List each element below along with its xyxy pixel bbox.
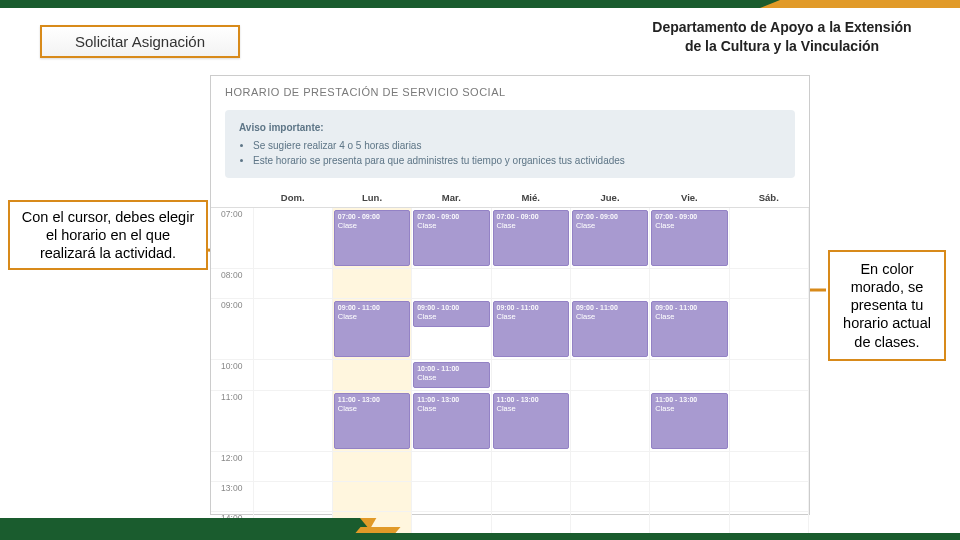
notice-item: Se sugiere realizar 4 o 5 horas diarias: [253, 138, 781, 153]
time-label: 11:00: [211, 391, 253, 452]
calendar-cell[interactable]: 09:00 - 11:00Clase: [491, 299, 570, 360]
calendar-column-header: Dom.: [253, 188, 332, 208]
calendar-cell[interactable]: 10:00 - 11:00Clase: [412, 360, 491, 391]
calendar-cell[interactable]: 09:00 - 11:00Clase: [332, 299, 411, 360]
calendar-cell[interactable]: [491, 482, 570, 512]
calendar-cell[interactable]: [332, 269, 411, 299]
calendar-cell[interactable]: [412, 269, 491, 299]
calendar-cell[interactable]: [253, 360, 332, 391]
calendar-cell[interactable]: [729, 269, 808, 299]
notice-item: Este horario se presenta para que admini…: [253, 153, 781, 168]
calendar-cell[interactable]: [412, 482, 491, 512]
calendar-cell[interactable]: 07:00 - 09:00Clase: [650, 208, 729, 269]
calendar-cell[interactable]: [729, 482, 808, 512]
class-block[interactable]: 11:00 - 13:00Clase: [413, 393, 489, 449]
calendar-cell[interactable]: 11:00 - 13:00Clase: [491, 391, 570, 452]
class-block[interactable]: 07:00 - 09:00Clase: [334, 210, 410, 266]
calendar-cell[interactable]: [412, 452, 491, 482]
calendar-cell[interactable]: [253, 482, 332, 512]
callout-right-text: En color morado, se presenta tu horario …: [843, 261, 931, 350]
calendar-cell[interactable]: 09:00 - 11:00Clase: [570, 299, 649, 360]
calendar-cell[interactable]: 07:00 - 09:00Clase: [412, 208, 491, 269]
class-block[interactable]: 11:00 - 13:00Clase: [493, 393, 569, 449]
calendar-cell[interactable]: [570, 391, 649, 452]
solicitar-asignacion-button[interactable]: Solicitar Asignación: [40, 25, 240, 58]
calendar-cell[interactable]: 11:00 - 13:00Clase: [650, 391, 729, 452]
calendar-cell[interactable]: 09:00 - 10:00Clase: [412, 299, 491, 360]
calendar-cell[interactable]: [729, 452, 808, 482]
department-heading: Departamento de Apoyo a la Extensión de …: [632, 18, 932, 56]
calendar-cell[interactable]: [570, 360, 649, 391]
calendar-cell[interactable]: [491, 269, 570, 299]
calendar-column-header: Jue.: [570, 188, 649, 208]
time-label: 10:00: [211, 360, 253, 391]
calendar-cell[interactable]: [570, 452, 649, 482]
notice-heading: Aviso importante:: [239, 120, 781, 135]
calendar-cell[interactable]: [253, 391, 332, 452]
calendar-cell[interactable]: [650, 452, 729, 482]
calendar-cell[interactable]: [253, 299, 332, 360]
class-block[interactable]: 09:00 - 11:00Clase: [493, 301, 569, 357]
calendar-column-header: Lun.: [332, 188, 411, 208]
calendar-cell[interactable]: [729, 208, 808, 269]
calendar-cell[interactable]: [332, 452, 411, 482]
calendar-cell[interactable]: [570, 482, 649, 512]
class-block[interactable]: 07:00 - 09:00Clase: [413, 210, 489, 266]
calendar-column-header: Sáb.: [729, 188, 808, 208]
time-label: 13:00: [211, 482, 253, 512]
class-block[interactable]: 11:00 - 13:00Clase: [334, 393, 410, 449]
calendar-cell[interactable]: [491, 452, 570, 482]
calendar-cell[interactable]: [650, 269, 729, 299]
calendar-column-header: Vie.: [650, 188, 729, 208]
calendar-cell[interactable]: [253, 208, 332, 269]
calendar-cell[interactable]: 07:00 - 09:00Clase: [491, 208, 570, 269]
calendar-cell[interactable]: 11:00 - 13:00Clase: [412, 391, 491, 452]
top-decor-stripe: [0, 0, 960, 8]
class-block[interactable]: 09:00 - 11:00Clase: [334, 301, 410, 357]
panel-title: HORARIO DE PRESTACIÓN DE SERVICIO SOCIAL: [211, 76, 809, 104]
calendar-cell[interactable]: 07:00 - 09:00Clase: [570, 208, 649, 269]
calendar-cell[interactable]: [729, 299, 808, 360]
bottom-decor-stripe: [0, 518, 960, 540]
calendar-cell[interactable]: [570, 269, 649, 299]
calendar-cell[interactable]: [729, 360, 808, 391]
class-block[interactable]: 07:00 - 09:00Clase: [651, 210, 727, 266]
calendar-cell[interactable]: 09:00 - 11:00Clase: [650, 299, 729, 360]
calendar-cell[interactable]: [253, 269, 332, 299]
class-block[interactable]: 09:00 - 10:00Clase: [413, 301, 489, 327]
calendar-cell[interactable]: [332, 482, 411, 512]
class-block[interactable]: 09:00 - 11:00Clase: [572, 301, 648, 357]
calendar-cell[interactable]: [332, 360, 411, 391]
calendar-cell[interactable]: [650, 482, 729, 512]
calendar-cell[interactable]: [650, 360, 729, 391]
calendar-cell[interactable]: [729, 391, 808, 452]
callout-purple-legend: En color morado, se presenta tu horario …: [828, 250, 946, 361]
calendar-column-header: Mar.: [412, 188, 491, 208]
calendar-cell[interactable]: 11:00 - 13:00Clase: [332, 391, 411, 452]
time-label: 08:00: [211, 269, 253, 299]
class-block[interactable]: 11:00 - 13:00Clase: [651, 393, 727, 449]
notice-box: Aviso importante: Se sugiere realizar 4 …: [225, 110, 795, 178]
calendar-cell[interactable]: [491, 360, 570, 391]
dept-line2: de la Cultura y la Vinculación: [685, 38, 879, 54]
class-block[interactable]: 09:00 - 11:00Clase: [651, 301, 727, 357]
class-block[interactable]: 07:00 - 09:00Clase: [572, 210, 648, 266]
calendar-cell[interactable]: 07:00 - 09:00Clase: [332, 208, 411, 269]
class-block[interactable]: 10:00 - 11:00Clase: [413, 362, 489, 388]
callout-left-text: Con el cursor, debes elegir el horario e…: [22, 209, 195, 261]
calendar-grid[interactable]: Dom.Lun.Mar.Mié.Jue.Vie.Sáb. 07:0007:00 …: [211, 188, 809, 540]
schedule-screenshot-panel: HORARIO DE PRESTACIÓN DE SERVICIO SOCIAL…: [210, 75, 810, 515]
time-label: 09:00: [211, 299, 253, 360]
calendar-column-header: Mié.: [491, 188, 570, 208]
calendar-column-header: [211, 188, 253, 208]
notice-list: Se sugiere realizar 4 o 5 horas diarias …: [253, 138, 781, 168]
calendar-cell[interactable]: [253, 452, 332, 482]
dept-line1: Departamento de Apoyo a la Extensión: [652, 19, 911, 35]
callout-select-schedule: Con el cursor, debes elegir el horario e…: [8, 200, 208, 270]
time-label: 07:00: [211, 208, 253, 269]
class-block[interactable]: 07:00 - 09:00Clase: [493, 210, 569, 266]
time-label: 12:00: [211, 452, 253, 482]
